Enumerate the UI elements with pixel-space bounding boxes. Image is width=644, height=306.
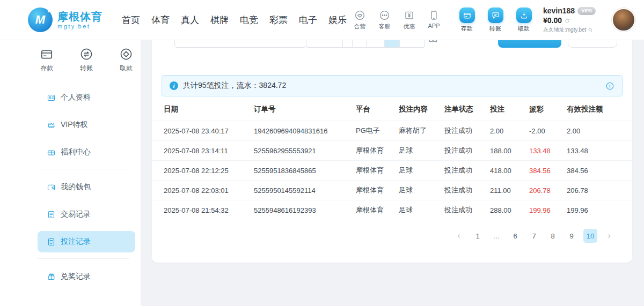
nav-item-5[interactable]: 彩票: [269, 14, 288, 26]
cell-status: 投注成功: [444, 166, 490, 175]
cell-payout: 133.48: [529, 147, 567, 155]
sidebar-shortcut-transfer[interactable]: 转账: [79, 47, 93, 73]
table-row[interactable]: 2025-07-08 21:54:325255948616192393摩根体育足…: [152, 200, 632, 220]
app-icon: [428, 10, 440, 21]
sidebar: 存款转账取款 个人资料VIP特权福利中心我的钱包交易记录投注记录兑奖记录: [0, 40, 141, 306]
star-icon: ✦: [47, 8, 51, 14]
table-row[interactable]: 2025-07-08 23:14:115255962955553921摩根体育足…: [152, 141, 632, 161]
page-button-9[interactable]: 9: [565, 229, 579, 243]
table-row[interactable]: 2025-07-08 22:12:255255951836845865摩根体育足…: [152, 161, 632, 181]
sidebar-item-profile[interactable]: 个人资料: [38, 87, 135, 108]
cell-bet: 418.00: [490, 167, 529, 175]
vip-icon: [47, 121, 56, 130]
cell-payout: -2.00: [529, 127, 567, 135]
nav-item-0[interactable]: 首页: [122, 14, 140, 26]
wallet-action-label: 存款: [461, 25, 473, 33]
vip-badge: VIP0: [577, 7, 596, 14]
page-button-8[interactable]: 8: [546, 229, 560, 243]
filter-input[interactable]: [174, 40, 306, 48]
shortcut-label: 存款: [40, 64, 53, 73]
wallet-action-label: 取款: [518, 25, 530, 33]
cell-date: 2025-07-08 22:12:25: [164, 167, 254, 175]
bets-table: 日期订单号平台投注内容注单状态投注派彩有效投注额 2025-07-08 23:4…: [152, 98, 632, 220]
grid-icon[interactable]: [428, 40, 438, 43]
nav-item-4[interactable]: 电竞: [240, 14, 258, 26]
filter-segment[interactable]: [343, 40, 353, 47]
cell-payout: 206.78: [529, 186, 567, 195]
page-button-6[interactable]: 6: [508, 229, 522, 243]
prize-icon: [47, 272, 56, 281]
cell-status: 投注成功: [444, 126, 490, 136]
filter-segment[interactable]: [306, 40, 343, 47]
nav-item-2[interactable]: 真人: [181, 14, 199, 26]
nav-item-1[interactable]: 体育: [151, 14, 170, 26]
avatar[interactable]: [612, 8, 635, 32]
table-row[interactable]: 2025-07-08 22:03:015255950145592114摩根体育足…: [152, 181, 632, 200]
sidebar-item-bets[interactable]: 投注记录: [38, 231, 135, 252]
logo[interactable]: M ✦ 摩根体育 mgty.bet: [28, 8, 103, 32]
cell-content: 足球: [399, 205, 444, 215]
table-body: 2025-07-08 23:40:171942609694094831616PG…: [152, 121, 632, 220]
sidebar-item-welfare[interactable]: 福利中心: [38, 141, 135, 163]
sidebar-item-label: 个人资料: [61, 93, 91, 102]
sidebar-shortcut-withdraw[interactable]: 取款: [119, 47, 133, 73]
column-header: 注单状态: [444, 105, 490, 114]
table-row[interactable]: 2025-07-08 23:40:171942609694094831616PG…: [152, 121, 632, 141]
cell-order: 1942609694094831616: [254, 127, 356, 135]
menu-divider: [38, 169, 129, 169]
page-button-10[interactable]: 10: [583, 229, 597, 243]
cell-order: 5255950145592114: [254, 186, 356, 195]
filter-segment[interactable]: [400, 40, 425, 47]
filter-segment-selected[interactable]: [385, 40, 400, 47]
cell-status: 投注成功: [444, 146, 490, 155]
page-button-1[interactable]: 1: [471, 229, 485, 243]
deposit-icon: [459, 8, 475, 23]
nav-item-3[interactable]: 棋牌: [210, 14, 229, 26]
sidebar-item-wallet[interactable]: 我的钱包: [38, 176, 135, 198]
page-button-7[interactable]: 7: [527, 229, 541, 243]
promo-icon: [404, 10, 415, 21]
handshake-icon: [354, 10, 365, 21]
refresh-balance-icon[interactable]: [564, 18, 570, 24]
info-icon: i: [170, 81, 178, 90]
sidebar-item-vip[interactable]: VIP特权: [38, 114, 135, 136]
wallet-action-withdraw[interactable]: 取款: [512, 8, 536, 33]
filter-segment[interactable]: [367, 40, 385, 47]
plus-circle-icon[interactable]: [605, 81, 614, 91]
profile-icon: [47, 93, 56, 102]
quicklink-promo[interactable]: 优惠: [399, 10, 420, 31]
permanent-domain: 永久地址:mgty.bet: [543, 27, 586, 34]
user-block[interactable]: kevin188 VIP0 ¥0.00 永久地址:mgty.bet: [543, 6, 605, 34]
cell-valid: 384.56: [567, 167, 623, 175]
quicklink-handshake[interactable]: 合营: [349, 10, 370, 31]
reset-button[interactable]: [568, 40, 617, 48]
sidebar-item-label: 投注记录: [61, 237, 91, 247]
column-header: 订单号: [254, 105, 356, 114]
sidebar-item-prize[interactable]: 兑奖记录: [38, 266, 135, 287]
sidebar-item-transactions[interactable]: 交易记录: [38, 204, 135, 225]
main-nav: 首页体育真人棋牌电竞彩票电子娱乐: [122, 14, 347, 26]
prev-button[interactable]: ‹: [452, 229, 466, 243]
cell-payout: 199.96: [529, 206, 567, 214]
support-icon: [379, 10, 390, 21]
wallet-action-deposit[interactable]: 存款: [455, 8, 479, 33]
filter-bar: [152, 40, 632, 51]
sidebar-shortcut-deposit[interactable]: 存款: [40, 47, 54, 73]
cell-bet: 2.00: [490, 127, 529, 135]
quicklink-support[interactable]: 客服: [374, 10, 395, 31]
cell-bet: 288.00: [490, 206, 529, 214]
nav-item-7[interactable]: 娱乐: [328, 14, 347, 26]
shortcut-label: 转账: [80, 64, 93, 73]
transfer-icon: [488, 8, 503, 23]
menu-divider: [38, 258, 129, 259]
search-button[interactable]: [498, 40, 561, 48]
quicklink-app[interactable]: APP: [423, 10, 444, 31]
nav-item-6[interactable]: 电子: [299, 14, 317, 26]
next-button[interactable]: ›: [602, 229, 616, 243]
sidebar-item-label: 福利中心: [61, 147, 91, 157]
wallet-action-transfer[interactable]: 转账: [484, 8, 507, 33]
filter-segment[interactable]: [353, 40, 367, 47]
search-icon[interactable]: [588, 27, 593, 33]
sidebar-item-label: 交易记录: [61, 210, 91, 219]
cell-payout: 384.56: [529, 167, 567, 175]
